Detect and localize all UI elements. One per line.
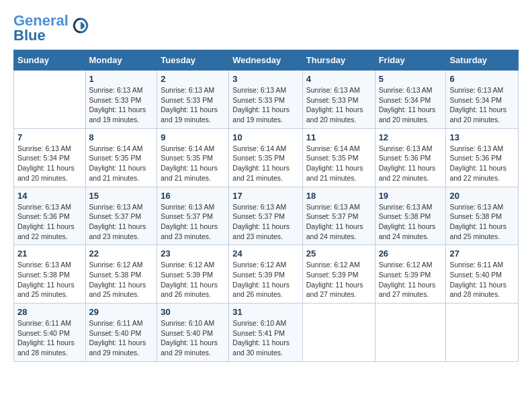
day-info: Sunrise: 6:13 AM Sunset: 5:38 PM Dayligh… [379,202,443,242]
day-number: 29 [89,307,154,317]
calendar-cell: 12Sunrise: 6:13 AM Sunset: 5:36 PM Dayli… [375,128,446,187]
day-info: Sunrise: 6:12 AM Sunset: 5:38 PM Dayligh… [89,260,154,300]
calendar-cell: 21Sunrise: 6:13 AM Sunset: 5:38 PM Dayli… [14,245,86,304]
day-info: Sunrise: 6:13 AM Sunset: 5:33 PM Dayligh… [89,85,154,125]
col-header-friday: Friday [375,50,446,71]
calendar-table: SundayMondayTuesdayWednesdayThursdayFrid… [13,50,519,362]
col-header-monday: Monday [85,50,157,71]
day-number: 27 [449,248,515,259]
day-number: 19 [379,191,443,201]
calendar-header-row: SundayMondayTuesdayWednesdayThursdayFrid… [14,50,519,71]
day-info: Sunrise: 6:13 AM Sunset: 5:34 PM Dayligh… [379,85,443,125]
day-number: 12 [379,132,443,142]
day-info: Sunrise: 6:10 AM Sunset: 5:41 PM Dayligh… [232,318,298,358]
day-info: Sunrise: 6:11 AM Sunset: 5:40 PM Dayligh… [89,318,154,358]
day-number: 16 [161,191,225,201]
calendar-cell: 24Sunrise: 6:12 AM Sunset: 5:39 PM Dayli… [229,245,302,304]
calendar-week-row: 1Sunrise: 6:13 AM Sunset: 5:33 PM Daylig… [14,71,519,129]
calendar-cell: 18Sunrise: 6:13 AM Sunset: 5:37 PM Dayli… [302,187,375,245]
day-info: Sunrise: 6:12 AM Sunset: 5:39 PM Dayligh… [161,260,225,300]
day-number: 5 [379,74,443,84]
col-header-tuesday: Tuesday [157,50,229,71]
calendar-week-row: 7Sunrise: 6:13 AM Sunset: 5:34 PM Daylig… [14,128,519,187]
calendar-cell: 11Sunrise: 6:14 AM Sunset: 5:35 PM Dayli… [302,128,375,187]
calendar-cell [446,304,519,362]
day-info: Sunrise: 6:13 AM Sunset: 5:34 PM Dayligh… [17,144,82,183]
calendar-cell: 26Sunrise: 6:12 AM Sunset: 5:39 PM Dayli… [375,245,446,304]
day-info: Sunrise: 6:13 AM Sunset: 5:33 PM Dayligh… [161,85,225,125]
calendar-cell: 20Sunrise: 6:13 AM Sunset: 5:38 PM Dayli… [446,187,519,245]
day-number: 28 [17,307,82,317]
calendar-cell: 25Sunrise: 6:12 AM Sunset: 5:39 PM Dayli… [302,245,375,304]
page-header: General Blue [13,13,519,43]
calendar-cell: 2Sunrise: 6:13 AM Sunset: 5:33 PM Daylig… [157,71,229,129]
day-number: 26 [379,248,443,259]
calendar-cell [302,304,375,362]
calendar-cell: 29Sunrise: 6:11 AM Sunset: 5:40 PM Dayli… [85,304,157,362]
day-number: 23 [161,248,225,259]
calendar-cell: 22Sunrise: 6:12 AM Sunset: 5:38 PM Dayli… [85,245,157,304]
calendar-cell: 15Sunrise: 6:13 AM Sunset: 5:37 PM Dayli… [85,187,157,245]
day-info: Sunrise: 6:13 AM Sunset: 5:37 PM Dayligh… [89,202,154,242]
calendar-cell: 3Sunrise: 6:13 AM Sunset: 5:33 PM Daylig… [229,71,302,129]
calendar-cell: 30Sunrise: 6:10 AM Sunset: 5:40 PM Dayli… [157,304,229,362]
day-number: 2 [161,74,225,84]
calendar-cell: 28Sunrise: 6:11 AM Sunset: 5:40 PM Dayli… [14,304,86,362]
day-number: 18 [306,191,371,201]
day-info: Sunrise: 6:13 AM Sunset: 5:38 PM Dayligh… [449,202,515,242]
logo-blue: Blue [13,27,46,44]
day-info: Sunrise: 6:13 AM Sunset: 5:34 PM Dayligh… [449,85,515,125]
day-number: 24 [232,248,298,259]
calendar-cell: 13Sunrise: 6:13 AM Sunset: 5:36 PM Dayli… [446,128,519,187]
day-info: Sunrise: 6:10 AM Sunset: 5:40 PM Dayligh… [161,318,225,358]
calendar-cell: 14Sunrise: 6:13 AM Sunset: 5:36 PM Dayli… [14,187,86,245]
day-info: Sunrise: 6:11 AM Sunset: 5:40 PM Dayligh… [17,318,82,358]
col-header-thursday: Thursday [302,50,375,71]
day-info: Sunrise: 6:13 AM Sunset: 5:36 PM Dayligh… [449,144,515,183]
calendar-cell: 4Sunrise: 6:13 AM Sunset: 5:33 PM Daylig… [302,71,375,129]
day-info: Sunrise: 6:13 AM Sunset: 5:38 PM Dayligh… [17,260,82,300]
calendar-cell: 10Sunrise: 6:14 AM Sunset: 5:35 PM Dayli… [229,128,302,187]
calendar-cell: 23Sunrise: 6:12 AM Sunset: 5:39 PM Dayli… [157,245,229,304]
day-number: 21 [17,248,82,259]
col-header-saturday: Saturday [446,50,519,71]
day-info: Sunrise: 6:14 AM Sunset: 5:35 PM Dayligh… [232,144,298,183]
calendar-cell: 7Sunrise: 6:13 AM Sunset: 5:34 PM Daylig… [14,128,86,187]
day-number: 14 [17,191,82,201]
day-number: 20 [449,191,515,201]
calendar-cell: 1Sunrise: 6:13 AM Sunset: 5:33 PM Daylig… [85,71,157,129]
day-number: 8 [89,132,154,142]
calendar-week-row: 28Sunrise: 6:11 AM Sunset: 5:40 PM Dayli… [14,304,519,362]
day-info: Sunrise: 6:11 AM Sunset: 5:40 PM Dayligh… [449,260,515,300]
day-info: Sunrise: 6:13 AM Sunset: 5:37 PM Dayligh… [232,202,298,242]
day-info: Sunrise: 6:14 AM Sunset: 5:35 PM Dayligh… [89,144,154,183]
calendar-cell: 16Sunrise: 6:13 AM Sunset: 5:37 PM Dayli… [157,187,229,245]
calendar-cell: 8Sunrise: 6:14 AM Sunset: 5:35 PM Daylig… [85,128,157,187]
day-number: 6 [449,74,515,84]
calendar-week-row: 14Sunrise: 6:13 AM Sunset: 5:36 PM Dayli… [14,187,519,245]
calendar-cell: 27Sunrise: 6:11 AM Sunset: 5:40 PM Dayli… [446,245,519,304]
day-info: Sunrise: 6:13 AM Sunset: 5:33 PM Dayligh… [306,85,371,125]
logo-text: General Blue [13,13,69,43]
day-number: 1 [89,74,154,84]
calendar-cell: 19Sunrise: 6:13 AM Sunset: 5:38 PM Dayli… [375,187,446,245]
calendar-cell: 9Sunrise: 6:14 AM Sunset: 5:35 PM Daylig… [157,128,229,187]
calendar-week-row: 21Sunrise: 6:13 AM Sunset: 5:38 PM Dayli… [14,245,519,304]
calendar-cell: 31Sunrise: 6:10 AM Sunset: 5:41 PM Dayli… [229,304,302,362]
day-number: 30 [161,307,225,317]
day-number: 15 [89,191,154,201]
calendar-cell [14,71,86,129]
logo-icon [71,16,90,35]
day-number: 11 [306,132,371,142]
calendar-cell: 5Sunrise: 6:13 AM Sunset: 5:34 PM Daylig… [375,71,446,129]
day-info: Sunrise: 6:14 AM Sunset: 5:35 PM Dayligh… [161,144,225,183]
day-number: 22 [89,248,154,259]
day-number: 7 [17,132,82,142]
logo: General Blue [13,13,90,43]
day-info: Sunrise: 6:14 AM Sunset: 5:35 PM Dayligh… [306,144,371,183]
day-info: Sunrise: 6:12 AM Sunset: 5:39 PM Dayligh… [232,260,298,300]
day-number: 3 [232,74,298,84]
col-header-sunday: Sunday [14,50,86,71]
day-info: Sunrise: 6:13 AM Sunset: 5:36 PM Dayligh… [17,202,82,242]
day-number: 17 [232,191,298,201]
